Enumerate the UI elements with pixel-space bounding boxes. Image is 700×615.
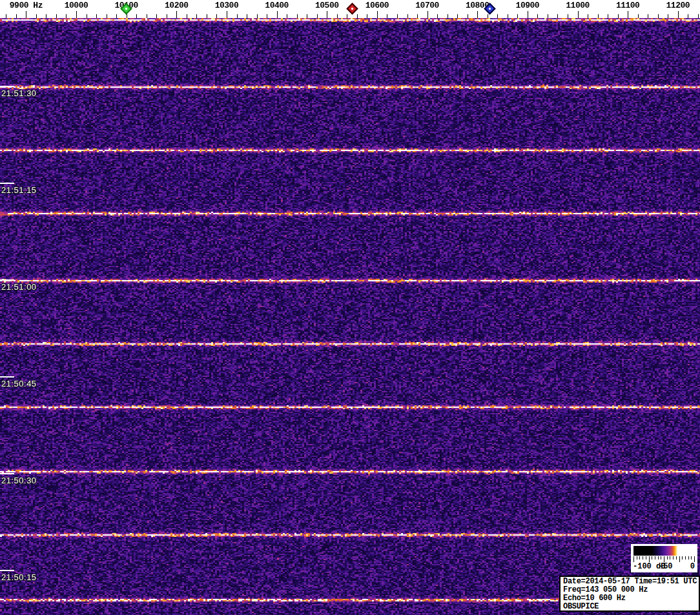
time-tick: [0, 183, 14, 184]
time-label: 21:50:45: [1, 379, 37, 388]
freq-tick-label: 11100: [616, 1, 640, 10]
freq-tick-label: 10900: [516, 1, 540, 10]
marker-green-dot: [125, 7, 128, 10]
time-tick: [0, 86, 14, 87]
time-label: 21:50:30: [1, 476, 37, 485]
freq-tick-label: 10200: [165, 1, 189, 10]
frequency-ruler: 9900 Hz100001010010200103001040010500106…: [0, 0, 700, 18]
colorbar-label-max: 0: [690, 562, 695, 571]
freq-tick-label: 9900 Hz: [10, 1, 43, 10]
freq-tick-label: 10600: [365, 1, 389, 10]
waterfall-spectrogram: [0, 18, 700, 615]
time-label: 21:51:15: [1, 185, 37, 195]
colorbar-label-mid: -50: [659, 562, 673, 571]
colorbar-legend: -100 dB -50 0: [631, 544, 697, 572]
info-line-station: OBSUPICE: [563, 603, 699, 611]
marker-blue-dot: [489, 7, 491, 10]
freq-tick-label: 10300: [215, 1, 239, 10]
freq-tick-label: 10700: [415, 1, 439, 10]
time-label: 21:51:00: [1, 282, 37, 292]
freq-tick-label: 10400: [265, 1, 289, 10]
time-label: 21:51:30: [1, 88, 37, 98]
time-tick: [0, 376, 14, 378]
freq-tick-label: 10500: [315, 1, 339, 10]
freq-tick-label: 10000: [65, 1, 88, 10]
info-box: Date=2014-05-17 Time=19:51 UTC Freq=143 …: [559, 576, 700, 612]
time-tick: [0, 279, 14, 281]
time-tick: [0, 570, 14, 571]
freq-tick-label: 11200: [666, 1, 690, 10]
freq-tick-label: 11000: [566, 1, 590, 10]
time-tick: [0, 473, 14, 474]
colorbar-labels: -100 dB -50 0: [631, 562, 697, 571]
spectrogram-window: 9900 Hz100001010010200103001040010500106…: [0, 0, 700, 615]
colorbar-ticks: [633, 556, 695, 562]
colorbar-gradient: [633, 546, 695, 556]
marker-red-dot: [351, 7, 353, 10]
time-label: 21:50:15: [1, 572, 37, 582]
